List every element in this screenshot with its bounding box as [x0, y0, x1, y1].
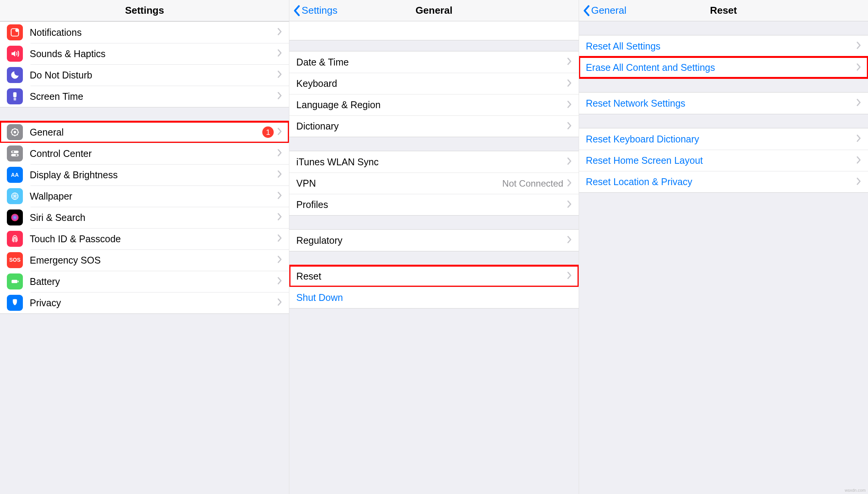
row-notifications[interactable]: Notifications	[0, 22, 289, 43]
chevron-right-icon	[857, 177, 861, 187]
chevron-right-icon	[278, 28, 282, 37]
privacy-icon	[7, 295, 23, 311]
chevron-right-icon	[857, 63, 861, 72]
notifications-icon	[7, 24, 23, 40]
row-reset-keyboard-dictionary[interactable]: Reset Keyboard Dictionary	[579, 128, 868, 150]
svg-point-12	[14, 195, 16, 197]
row-do-not-disturb[interactable]: Do Not Disturb	[0, 64, 289, 86]
back-label: Settings	[302, 5, 337, 16]
svg-point-5	[14, 131, 16, 134]
svg-rect-2	[13, 92, 17, 97]
svg-point-8	[12, 151, 14, 153]
chevron-left-icon	[293, 5, 300, 16]
row-label: Erase All Content and Settings	[586, 62, 857, 73]
row-sounds-haptics[interactable]: Sounds & Haptics	[0, 43, 289, 64]
row-label: Display & Brightness	[30, 169, 278, 181]
row-regulatory[interactable]: Regulatory	[289, 230, 578, 251]
general-panel: Settings General Date & Time Keyboard La…	[289, 0, 579, 494]
chevron-right-icon	[278, 128, 282, 137]
battery-icon	[7, 273, 23, 289]
row-dictionary[interactable]: Dictionary	[289, 115, 578, 137]
chevron-right-icon	[567, 79, 572, 88]
row-reset-home-screen-layout[interactable]: Reset Home Screen Layout	[579, 150, 868, 171]
row-label: Sounds & Haptics	[30, 48, 278, 59]
chevron-right-icon	[567, 58, 572, 67]
row-label: Notifications	[30, 27, 278, 38]
svg-rect-3	[14, 98, 16, 101]
chevron-right-icon	[857, 156, 861, 165]
chevron-right-icon	[278, 277, 282, 286]
row-label: Reset All Settings	[586, 41, 857, 52]
chevron-right-icon	[567, 157, 572, 166]
row-label: Touch ID & Passcode	[30, 233, 278, 245]
settings-title: Settings	[125, 5, 164, 16]
row-display-brightness[interactable]: AADisplay & Brightness	[0, 164, 289, 185]
chevron-right-icon	[567, 236, 572, 245]
row-screen-time[interactable]: Screen Time	[0, 86, 289, 107]
row-erase-all-content-and-settings[interactable]: Erase All Content and Settings	[579, 57, 868, 78]
row-label: Regulatory	[296, 235, 567, 246]
chevron-right-icon	[567, 272, 572, 281]
svg-text:SOS: SOS	[9, 257, 21, 263]
general-icon	[7, 124, 23, 140]
chevron-right-icon	[278, 170, 282, 179]
row-reset[interactable]: Reset	[289, 265, 578, 287]
reset-panel: General Reset Reset All Settings Erase A…	[579, 0, 868, 494]
chevron-right-icon	[567, 101, 572, 110]
wallpaper-icon	[7, 188, 23, 204]
chevron-right-icon	[278, 234, 282, 243]
reset-title: Reset	[710, 5, 737, 16]
chevron-right-icon	[278, 149, 282, 158]
row-label: Language & Region	[296, 99, 567, 110]
chevron-right-icon	[278, 92, 282, 101]
row-vpn[interactable]: VPNNot Connected	[289, 173, 578, 194]
svg-point-9	[16, 154, 18, 156]
sounds-icon	[7, 46, 23, 62]
row-wallpaper[interactable]: Wallpaper	[0, 185, 289, 207]
general-header: Settings General	[289, 0, 578, 21]
row-general[interactable]: General1	[0, 122, 289, 143]
general-title: General	[416, 5, 452, 16]
chevron-right-icon	[278, 192, 282, 201]
chevron-right-icon	[857, 99, 861, 108]
chevron-right-icon	[567, 200, 572, 209]
row-itunes-wlan-sync[interactable]: iTunes WLAN Sync	[289, 151, 578, 173]
row-reset-all-settings[interactable]: Reset All Settings	[579, 35, 868, 57]
row-label: Profiles	[296, 199, 567, 210]
reset-header: General Reset	[579, 0, 868, 21]
row-profiles[interactable]: Profiles	[289, 194, 578, 215]
chevron-right-icon	[278, 49, 282, 58]
back-label: General	[591, 5, 627, 16]
chevron-right-icon	[278, 213, 282, 222]
row-privacy[interactable]: Privacy	[0, 292, 289, 313]
chevron-right-icon	[567, 179, 572, 188]
badge: 1	[262, 126, 274, 138]
row-reset-location-privacy[interactable]: Reset Location & Privacy	[579, 171, 868, 192]
siri-icon	[7, 209, 23, 225]
svg-rect-6	[11, 150, 19, 153]
row-label: Privacy	[30, 297, 278, 309]
controlcenter-icon	[7, 145, 23, 161]
sos-icon: SOS	[7, 252, 23, 268]
row-shut-down[interactable]: Shut Down	[289, 287, 578, 308]
row-detail: Not Connected	[502, 178, 563, 189]
row-control-center[interactable]: Control Center	[0, 143, 289, 164]
row-reset-network-settings[interactable]: Reset Network Settings	[579, 93, 868, 114]
chevron-right-icon	[857, 42, 861, 51]
row-emergency-sos[interactable]: SOSEmergency SOS	[0, 249, 289, 271]
row-label: General	[30, 127, 262, 138]
row-battery[interactable]: Battery	[0, 271, 289, 292]
row-touch-id-passcode[interactable]: Touch ID & Passcode	[0, 228, 289, 249]
back-to-general[interactable]: General	[583, 5, 627, 16]
row-date-time[interactable]: Date & Time	[289, 51, 578, 73]
row-keyboard[interactable]: Keyboard	[289, 73, 578, 94]
dnd-icon	[7, 67, 23, 83]
back-to-settings[interactable]: Settings	[293, 5, 337, 16]
svg-rect-15	[11, 280, 17, 283]
row-label: Shut Down	[296, 292, 571, 303]
row-language-region[interactable]: Language & Region	[289, 94, 578, 115]
watermark: wsxdn.com	[845, 488, 866, 492]
row-label: iTunes WLAN Sync	[296, 157, 567, 168]
row-label: Date & Time	[296, 57, 567, 68]
row-siri-search[interactable]: Siri & Search	[0, 207, 289, 228]
